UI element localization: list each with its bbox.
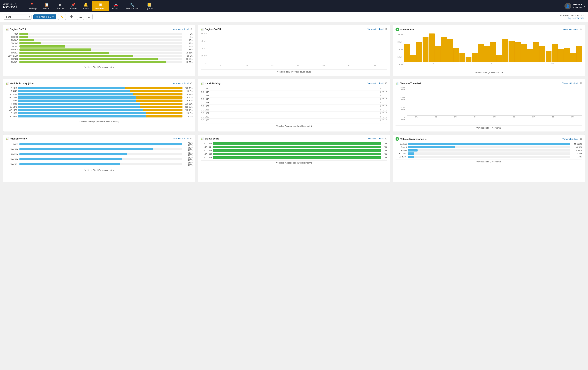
fuel-select[interactable]: Fuel — [4, 14, 32, 20]
replay-icon: ▶ — [59, 2, 62, 7]
nav-item-fleet-service[interactable]: 🔧 Fleet Service — [122, 1, 141, 11]
nav-item-label: LogBook — [145, 7, 153, 10]
widget-header: 📊 Engine On/Off View metric detail ⚙ — [6, 28, 192, 30]
cloud-button[interactable]: ☁ — [77, 14, 84, 20]
gear-icon[interactable]: ⚙ — [385, 28, 387, 30]
widget-title: 📊 Vehicle Activity (Hour... — [6, 82, 36, 85]
safety-score-chart: CD 1046 100 CD 1051 100 CD 1059 100 CD 1… — [201, 142, 387, 159]
chevron-down-icon: ▾ — [52, 16, 54, 18]
reports-icon: 📋 — [44, 2, 49, 7]
customize-label: Customize benchmarks in — [559, 14, 584, 17]
widget-actions: View metric detail ⚙ — [562, 138, 582, 140]
wasted-fuel-widget: $ Wasted Fuel View metric detail ⚙ $40.0… — [393, 25, 585, 76]
live-map-icon: 📍 — [30, 2, 34, 7]
gear-icon[interactable]: ⚙ — [190, 137, 192, 140]
nav-item-replay[interactable]: ▶ Replay — [54, 1, 67, 11]
distance-travelled-widget: 📊 Distance Travelled View metric detail … — [393, 79, 585, 132]
gear-icon[interactable]: ⚙ — [580, 28, 582, 31]
maintenance-row: F 4015 $525.00 — [396, 146, 582, 148]
nav-item-live-map[interactable]: 📍 Live Map — [25, 1, 40, 11]
nav-item-logbook[interactable]: 📒 LogBook — [142, 1, 156, 11]
fuel-efficiency-row: F 4035 21.85 MPG — [6, 142, 192, 146]
view-metric-link[interactable]: View metric detail — [562, 82, 578, 84]
widget-actions: View metric detail ⚙ — [368, 82, 387, 85]
maintenance-row: CD 1044- $67.83 — [396, 156, 582, 158]
gear-icon[interactable]: ⚙ — [385, 82, 387, 85]
table-row: CD 10520 / 0 / 0 — [201, 105, 387, 108]
add-button[interactable]: ➕ — [68, 14, 75, 20]
widget-header: $ Wasted Fuel View metric detail ⚙ — [396, 28, 582, 31]
view-metric-link[interactable]: View metric detail — [368, 28, 383, 30]
vehicle-activity-row: LB 1063 12h 3m — [6, 112, 192, 114]
table-row: CD 10460 / 0 / 0 — [201, 90, 387, 94]
view-metric-link[interactable]: View metric detail — [562, 28, 578, 30]
widget-footer: Vehicles: Total (Previous month) — [6, 65, 192, 68]
nav-item-alerts[interactable]: 🔔 Alerts — [80, 1, 92, 11]
dashboard: 📊 Engine On/Off View metric detail ⚙ F 4… — [0, 22, 588, 185]
harsh-driving-list: CD 1044-0 / 0 / 0CD 10460 / 0 / 0CD 1048… — [201, 87, 387, 122]
gear-icon[interactable]: ⚙ — [190, 82, 192, 85]
vehicle-maintenance-chart: Audi S6 $1,800.00 F 4015 $525.00 F 4005 … — [396, 143, 582, 158]
distance-chart: 37282 miles24855 miles12427 miles0 miles — [396, 87, 582, 124]
engine-onoff-bar-widget: 📊 Engine On/Off View metric detail ⚙ F 4… — [3, 25, 195, 76]
widget-header: 📊 Harsh Driving View metric detail ⚙ — [201, 82, 387, 85]
gear-icon[interactable]: ⚙ — [190, 28, 192, 30]
widget-title: 📊 Fuel Efficiency — [6, 137, 27, 140]
view-metric-link[interactable]: View metric detail — [368, 138, 383, 140]
gear-icon[interactable]: ⚙ — [580, 82, 582, 85]
fleet-service-icon: 🔧 — [130, 2, 134, 7]
widget-header: 📊 Fuel Efficiency View metric detail ⚙ — [6, 137, 192, 140]
vehicle-activity-row: FD 0922 12h 3m — [6, 115, 192, 118]
vehicle-maintenance-widget: $ Vehicle Maintenance ... View metric de… — [393, 134, 585, 182]
vehicle-activity-chart: LB 1016 13h 46m F 4042 13h 8m FD 0791 12… — [6, 87, 192, 118]
fuel-efficiency-widget: 📊 Fuel Efficiency View metric detail ⚙ F… — [3, 134, 195, 182]
fleet-selector-button[interactable]: ⊞ Entire Fleet ▾ — [33, 14, 56, 20]
customize-text-area: Customize benchmarks in My Benchmarks — [559, 14, 584, 20]
view-metric-link[interactable]: View metric detail — [562, 138, 578, 140]
user-menu[interactable]: 👤 Kelle Link ACME Ltd. ▾ — [565, 3, 585, 10]
nav-item-reports[interactable]: 📋 Reports — [40, 1, 53, 11]
table-row: CD 10590 / 0 / 0 — [201, 115, 387, 119]
bar-chart-icon: 📊 — [201, 82, 204, 85]
view-metric-link[interactable]: View metric detail — [368, 82, 383, 84]
view-metric-link[interactable]: View metric detail — [173, 138, 189, 140]
hbar-row: CD 1057 36m — [6, 45, 192, 48]
nav-item-dashboard[interactable]: ⊞ Dashboard — [92, 1, 109, 11]
nav-item-places[interactable]: 📌 Places — [67, 1, 80, 11]
vehicle-activity-row: FD 0787 12h 30m — [6, 100, 192, 102]
fuel-efficiency-row: WO 1091 13.57 MPG — [6, 162, 192, 166]
vehicle-activity-row: WO 1082 12h 40m — [6, 96, 192, 99]
fuel-efficiency-row: FD 0926 14.36 MPG — [6, 152, 192, 156]
widget-title: $ Vehicle Maintenance ... — [396, 137, 427, 141]
widget-footer: Vehicles: Average per day (This month) — [201, 160, 387, 164]
hbar-row: CD 1063 2h 50m — [6, 58, 192, 60]
fuel-efficiency-row: WO 1080 17.87 MPG — [6, 147, 192, 151]
table-row: CD 10490 / 0 / 0 — [201, 98, 387, 101]
nav-item-label: Routist — [112, 7, 119, 10]
my-benchmarks-link[interactable]: My Benchmarks — [568, 17, 584, 20]
places-icon: 📌 — [71, 2, 76, 7]
navbar: verizon connect Reveal 📍 Live Map 📋 Repo… — [0, 0, 588, 12]
widget-footer: Vehicles: Total (Previous month) — [6, 168, 192, 171]
maintenance-row: Audi S6 $1,800.00 — [396, 143, 582, 145]
hbar-row: FD 0760 6m — [6, 36, 192, 38]
chevron-down-icon: ▾ — [584, 5, 585, 7]
engine-onoff-bar-chart: F 4020 6m FD 0760 6m FD 0647 12m CD 1045… — [6, 33, 192, 63]
hbar-row: FD 0647 12m — [6, 39, 192, 41]
gear-icon[interactable]: ⚙ — [580, 138, 582, 140]
nav-item-routist[interactable]: 🚗 Routist — [109, 1, 122, 11]
edit-button[interactable]: ✏️ — [58, 14, 66, 20]
widget-footer: Vehicles: Average per day (This month) — [201, 124, 387, 127]
app-name: Reveal — [3, 5, 17, 9]
print-button[interactable]: 🖨 — [86, 14, 93, 20]
maintenance-row: CD 1047 $72.95 — [396, 152, 582, 155]
table-row: CD 1044-0 / 0 / 0 — [201, 87, 387, 90]
view-metric-link[interactable]: View metric detail — [173, 28, 189, 30]
table-row: CD 10480 / 0 / 0 — [201, 94, 387, 98]
widget-header: 📊 Engine On/Off View metric detail ⚙ — [201, 28, 387, 30]
dashboard-icon: ⊞ — [99, 2, 102, 7]
gear-icon[interactable]: ⚙ — [385, 137, 387, 140]
user-company: ACME Ltd. — [573, 6, 582, 9]
bar-chart-icon: 📊 — [201, 137, 204, 140]
view-metric-link[interactable]: View metric detail — [173, 82, 189, 84]
